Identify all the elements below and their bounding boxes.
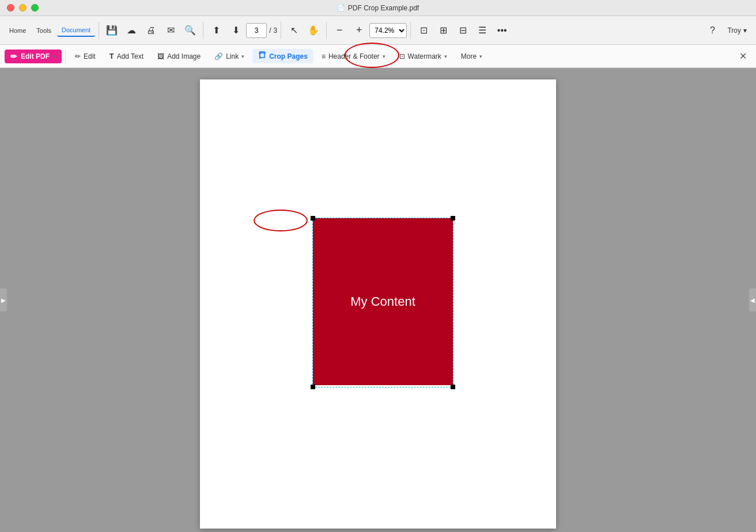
print-button[interactable]: 🖨 <box>142 21 160 40</box>
divider-2 <box>203 22 203 39</box>
crop-pages-label: Crop Pages <box>269 52 308 60</box>
watermark-label: Watermark <box>408 52 441 60</box>
content-area: ▶ My Content ◀ <box>0 68 756 532</box>
page-number-input[interactable] <box>246 23 267 38</box>
header-footer-arrow: ▾ <box>383 54 385 59</box>
edit-icon: ✏ <box>75 52 81 60</box>
link-arrow: ▾ <box>241 54 244 59</box>
header-footer-button[interactable]: ≡ Header & Footer ▾ <box>316 50 391 63</box>
pdf-page: My Content <box>200 79 556 529</box>
add-text-label: Add Text <box>117 52 143 60</box>
close-icon: ✕ <box>739 51 747 61</box>
add-image-label: Add Image <box>167 52 201 60</box>
minimize-window-button[interactable] <box>19 4 27 12</box>
divider-4 <box>326 22 327 39</box>
document-nav[interactable]: Document <box>57 24 95 37</box>
link-label: Link <box>226 52 239 60</box>
more-tools-button[interactable]: ••• <box>493 21 511 40</box>
prev-page-button[interactable]: ⬆ <box>207 21 225 40</box>
save-button[interactable]: 💾 <box>103 21 121 40</box>
zoom-in-button[interactable]: + <box>350 21 368 40</box>
window-controls <box>7 4 39 12</box>
edit-pdf-toolbar: ✏ Edit PDF ▾ ✏ Edit T Add Text 🖼 Add Ima… <box>0 45 756 68</box>
titlebar: 📄 PDF Crop Example.pdf <box>0 0 756 16</box>
user-menu[interactable]: Troy ▾ <box>723 24 751 37</box>
close-edit-button[interactable]: ✕ <box>735 48 751 64</box>
watermark-arrow: ▾ <box>444 54 447 59</box>
crop-handle-top-left[interactable] <box>311 216 315 221</box>
cursor-tool-button[interactable]: ↖ <box>285 21 303 40</box>
page-separator: / <box>269 26 271 35</box>
right-sidebar-toggle[interactable]: ◀ <box>749 288 756 311</box>
edit-label: Edit <box>84 52 96 60</box>
crop-icon <box>258 51 266 61</box>
fit-page-button[interactable]: ⊡ <box>414 21 433 40</box>
hand-tool-button[interactable]: ✋ <box>304 21 323 40</box>
crop-handle-bottom-left[interactable] <box>311 385 315 389</box>
divider-3 <box>281 22 281 39</box>
next-page-button[interactable]: ⬇ <box>226 21 245 40</box>
crop-handle-top-right[interactable] <box>451 216 455 221</box>
maximize-window-button[interactable] <box>31 4 39 12</box>
window-title: 📄 PDF Crop Example.pdf <box>337 4 419 12</box>
home-nav[interactable]: Home <box>5 25 31 36</box>
add-text-button[interactable]: T Add Text <box>104 50 149 63</box>
tools-label: Tools <box>36 27 51 34</box>
header-footer-icon: ≡ <box>322 52 326 60</box>
title-text: PDF Crop Example.pdf <box>348 4 419 12</box>
search-button[interactable]: 🔍 <box>181 21 199 40</box>
view-button-1[interactable]: ⊞ <box>434 21 452 40</box>
username: Troy <box>727 26 741 35</box>
document-label: Document <box>62 26 90 33</box>
tools-nav[interactable]: Tools <box>32 25 56 36</box>
edit-pdf-arrow: ▾ <box>53 54 56 59</box>
add-image-icon: 🖼 <box>157 52 164 60</box>
nav-group: Home Tools Document <box>5 24 95 37</box>
divider-1 <box>99 22 99 39</box>
link-button[interactable]: 🔗 Link ▾ <box>209 50 250 63</box>
close-window-button[interactable] <box>7 4 14 12</box>
view-button-2[interactable]: ⊟ <box>453 21 472 40</box>
link-icon: 🔗 <box>214 52 223 60</box>
user-chevron-icon: ▾ <box>743 26 747 35</box>
edit-pdf-label[interactable]: ✏ Edit PDF ▾ <box>5 50 62 63</box>
edit-pdf-text: Edit PDF <box>21 52 50 60</box>
add-image-button[interactable]: 🖼 Add Image <box>152 50 206 63</box>
crop-box[interactable] <box>312 218 453 387</box>
page-total: 3 <box>274 26 278 35</box>
view-button-3[interactable]: ☰ <box>473 21 492 40</box>
header-footer-label: Header & Footer <box>328 52 380 60</box>
cloud-button[interactable]: ☁ <box>122 21 141 40</box>
crop-pages-button[interactable]: Crop Pages <box>252 49 313 63</box>
more-arrow: ▾ <box>479 54 482 59</box>
add-text-icon: T <box>109 52 114 60</box>
crop-handle-bottom-right[interactable] <box>451 385 455 389</box>
edit-divider-1 <box>65 50 66 63</box>
divider-5 <box>410 22 411 39</box>
zoom-out-button[interactable]: − <box>330 21 349 40</box>
watermark-icon: ⊡ <box>399 52 405 60</box>
help-button[interactable]: ? <box>703 21 721 40</box>
email-button[interactable]: ✉ <box>161 21 180 40</box>
home-label: Home <box>9 27 26 34</box>
left-sidebar-toggle[interactable]: ▶ <box>0 288 7 311</box>
page-ellipse-annotation <box>254 210 308 231</box>
edit-pdf-icon: ✏ <box>10 52 17 61</box>
more-label: More <box>461 52 477 60</box>
main-canvas: My Content <box>0 68 756 532</box>
pdf-icon: 📄 <box>337 4 345 12</box>
page-input-group: / 3 <box>246 23 277 38</box>
zoom-select[interactable]: 74.2% 50% 100% 150% <box>369 23 407 38</box>
more-button[interactable]: More ▾ <box>455 50 488 63</box>
watermark-button[interactable]: ⊡ Watermark ▾ <box>394 50 453 63</box>
main-toolbar: Home Tools Document 💾 ☁ 🖨 ✉ 🔍 ⬆ ⬇ / 3 ↖ … <box>0 16 756 45</box>
edit-button[interactable]: ✏ Edit <box>69 50 101 63</box>
